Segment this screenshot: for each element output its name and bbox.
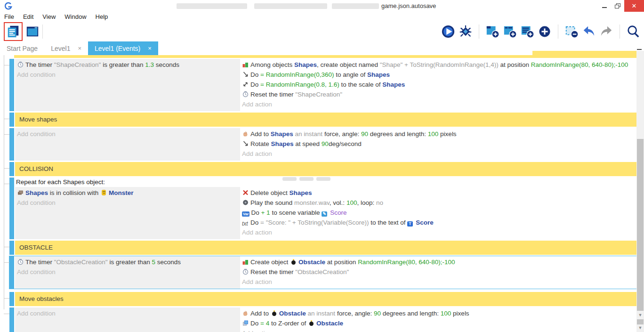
scrollbar-thumb[interactable] (637, 139, 644, 311)
event-selection-bar[interactable] (9, 162, 14, 176)
actions-column[interactable]: Among objects Shapes, create object name… (240, 59, 636, 111)
event-selection-bar[interactable] (9, 59, 14, 111)
add-event-button[interactable] (485, 24, 499, 39)
search-button[interactable] (626, 24, 640, 39)
event-selection-bar[interactable] (9, 256, 14, 289)
action-line[interactable]: Do = RandomInRange(0,360) to angle of Sh… (242, 70, 634, 80)
comment-row[interactable]: OBSTACLE (9, 241, 636, 255)
comment-label[interactable]: OBSTACLE (15, 241, 636, 255)
text-segment: "Shape" + ToString(RandomInRange(1,4)) (380, 61, 499, 68)
text-segment: 100 (428, 130, 439, 138)
comment-row[interactable]: Move obstacles (9, 292, 636, 306)
event-row[interactable]: The timer "ObstacleCreation" is greater … (9, 256, 636, 289)
condition-line[interactable]: The timer "ShapeCreation" is greater tha… (17, 60, 237, 70)
conditions-column[interactable]: The timer "ObstacleCreation" is greater … (15, 256, 240, 289)
comment-label[interactable]: Move obstacles (15, 292, 636, 306)
close-tab-icon[interactable]: × (148, 45, 152, 52)
actions-column[interactable]: Create object Obstacle at position Rando… (240, 256, 636, 289)
repeat-event-row[interactable]: Repeat for each Shapes object:Shapes is … (9, 178, 636, 239)
events-editor-button[interactable] (6, 24, 20, 39)
action-line[interactable]: Delete object Shapes (242, 188, 634, 198)
action-line[interactable]: Play the sound monster.wav, vol.: 100, l… (242, 198, 634, 208)
scrollbar-down-arrow-icon[interactable]: ▼ (636, 313, 644, 317)
event-selection-bar[interactable] (9, 241, 14, 255)
add-action-button[interactable]: Add action (242, 99, 634, 109)
conditions-column[interactable]: Shapes is in collision with MonsterAdd c… (15, 187, 240, 239)
vertical-scrollbar[interactable]: ▼ ▼ (636, 51, 644, 332)
timer-icon (17, 258, 24, 265)
text-segment: to the text of (369, 219, 407, 226)
action-line[interactable]: VarDo + 1 to scene variable ✎Score (242, 208, 634, 218)
actions-column[interactable]: Add to Obstacle an instant force, angle:… (240, 308, 636, 332)
timer-icon (242, 268, 249, 275)
action-line[interactable]: txtDo = "Score: " + ToString(Variable(Sc… (242, 218, 634, 227)
conditions-column[interactable]: The timer "ShapeCreation" is greater tha… (15, 59, 240, 111)
event-selection-bar[interactable] (9, 178, 14, 239)
event-row[interactable]: Add conditionAdd to Obstacle an instant … (9, 308, 636, 332)
menu-item-file[interactable]: File (4, 13, 14, 20)
action-line[interactable]: Reset the timer "ShapeCreation" (242, 89, 634, 99)
minimize-button[interactable] (598, 0, 611, 12)
event-selection-bar[interactable] (9, 292, 14, 306)
action-line[interactable]: Rotate Shapes at speed 90deg/second (242, 139, 634, 149)
add-condition-button[interactable]: Add condition (17, 267, 237, 277)
tab-level1-events[interactable]: Level1 (Events)× (88, 41, 158, 55)
event-row[interactable]: Add conditionAdd to Shapes an instant fo… (9, 128, 636, 161)
event-selection-bar[interactable] (9, 308, 14, 332)
menu-item-help[interactable]: Help (96, 13, 108, 20)
window-title: game.json.autosave (381, 2, 436, 9)
action-line[interactable]: Reset the timer "ObstacleCreation" (242, 267, 634, 277)
menu-item-edit[interactable]: Edit (23, 13, 33, 20)
action-line[interactable]: Among objects Shapes, create object name… (242, 60, 634, 70)
conditions-column[interactable]: Add condition (15, 308, 240, 332)
comment-row[interactable]: Move shapes (9, 113, 636, 127)
scene-editor-button[interactable] (25, 24, 40, 39)
comment-row[interactable]: COLLISION (9, 162, 636, 176)
restore-button[interactable] (611, 0, 624, 12)
action-line[interactable]: Do = RandomInRange(0.8, 1.6) to the scal… (242, 80, 634, 89)
redo-button[interactable] (599, 24, 613, 39)
actions-column[interactable]: Add to Shapes an instant force, angle: 9… (240, 128, 636, 161)
add-comment-button[interactable] (520, 24, 534, 39)
comment-label[interactable]: COLLISION (15, 162, 636, 176)
menu-item-window[interactable]: Window (64, 13, 86, 20)
menu-item-view[interactable]: View (42, 13, 56, 20)
remove-event-button[interactable] (564, 24, 579, 39)
action-line[interactable]: Do = 4 to Z-order of Obstacle (242, 318, 634, 328)
add-subevent-button[interactable] (503, 24, 517, 39)
add-action-button[interactable]: Add action (242, 328, 634, 332)
event-selection-bar[interactable] (9, 128, 14, 161)
text-segment: Shapes (271, 140, 294, 147)
action-line[interactable]: Add to Obstacle an instant force, angle:… (242, 308, 634, 318)
force-icon (242, 130, 249, 137)
add-condition-button[interactable]: Add condition (17, 70, 237, 80)
action-line[interactable]: Add to Shapes an instant force, angle: 9… (242, 129, 634, 139)
add-action-button[interactable]: Add action (242, 149, 634, 159)
tab-label: Level1 (51, 45, 70, 52)
event-selection-bar[interactable] (9, 113, 14, 127)
add-condition-button[interactable]: Add condition (17, 308, 237, 318)
actions-column[interactable]: Delete object ShapesPlay the sound monst… (240, 187, 636, 239)
undo-button[interactable] (582, 24, 596, 39)
scrollbar-thumb-small[interactable] (637, 319, 644, 324)
add-condition-button[interactable]: Add condition (17, 129, 237, 139)
action-line[interactable]: Create object Obstacle at position Rando… (242, 257, 634, 267)
close-tab-icon[interactable]: × (78, 45, 81, 52)
scrollbar-down-arrow-icon[interactable]: ▼ (636, 325, 644, 330)
condition-line[interactable]: Shapes is in collision with Monster (17, 188, 237, 198)
close-button[interactable]: ✕ (624, 0, 644, 12)
add-action-button[interactable]: Add action (242, 277, 634, 287)
preview-button[interactable] (441, 24, 455, 39)
tab-start-page[interactable]: Start Page (0, 41, 44, 55)
add-new-button[interactable] (538, 24, 552, 39)
text-segment: 100 (346, 199, 357, 206)
conditions-column[interactable]: Add condition (15, 128, 240, 161)
add-action-button[interactable]: Add action (242, 227, 634, 237)
event-row[interactable]: The timer "ShapeCreation" is greater tha… (9, 59, 636, 111)
text-segment: pixels (451, 310, 469, 317)
add-condition-button[interactable]: Add condition (17, 198, 237, 208)
debugger-button[interactable] (459, 24, 473, 39)
condition-line[interactable]: The timer "ObstacleCreation" is greater … (17, 257, 237, 267)
tab-level1[interactable]: Level1× (44, 41, 88, 55)
comment-label[interactable]: Move shapes (15, 113, 636, 127)
